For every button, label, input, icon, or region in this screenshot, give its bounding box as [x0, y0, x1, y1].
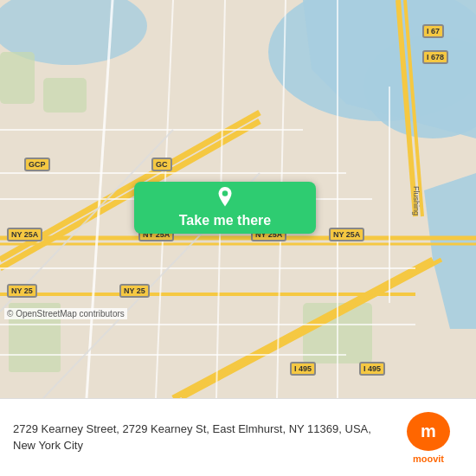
shield-i495-1: I 495	[290, 362, 316, 376]
svg-rect-7	[43, 78, 87, 113]
map-view: Flushing I 67 I 678 GCP GC NY 25A NY 25A…	[0, 0, 476, 398]
shield-i678: I 678	[422, 50, 448, 64]
svg-text:Flushing: Flushing	[412, 186, 421, 215]
take-me-there-button[interactable]: Take me there	[134, 182, 316, 234]
address-text: 2729 Kearney Street, 2729 Kearney St, Ea…	[13, 421, 394, 453]
moovit-logo: m moovit	[394, 412, 463, 464]
shield-ny25a-1: NY 25A	[7, 228, 42, 241]
moovit-text: moovit	[413, 453, 444, 464]
shield-i67: I 67	[422, 24, 444, 38]
map-pin-icon	[213, 187, 237, 211]
take-me-there-label: Take me there	[179, 213, 271, 228]
svg-rect-6	[0, 52, 35, 104]
info-bar: 2729 Kearney Street, 2729 Kearney St, Ea…	[0, 398, 476, 476]
shield-ny25-2: NY 25	[119, 284, 150, 298]
svg-point-34	[222, 190, 228, 196]
shield-gcp: GCP	[24, 158, 50, 171]
shield-gc: GC	[151, 158, 172, 171]
moovit-icon: m	[407, 412, 450, 451]
shield-ny25a-4: NY 25A	[329, 228, 364, 241]
osm-attribution: © OpenStreetMap contributors	[4, 308, 127, 319]
shield-i495-2: I 495	[359, 362, 385, 376]
shield-ny25-1: NY 25	[7, 284, 37, 298]
